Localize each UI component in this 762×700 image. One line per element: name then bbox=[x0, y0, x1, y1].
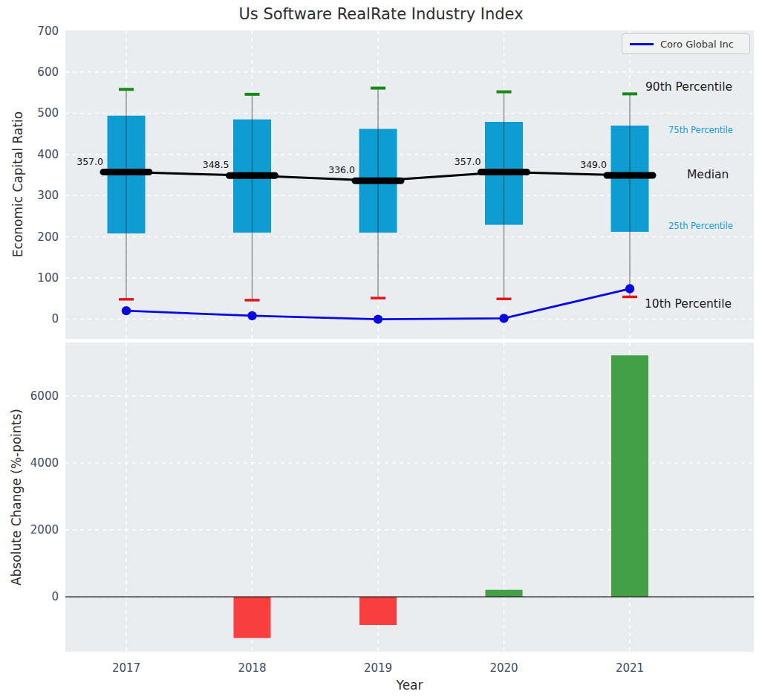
coro-global-point-2018 bbox=[247, 311, 256, 320]
x-tick-2021: 2021 bbox=[616, 661, 644, 675]
coro-global-point-2017 bbox=[122, 306, 131, 315]
median-value-label-2021: 349.0 bbox=[580, 159, 607, 170]
chart-title: Us Software RealRate Industry Index bbox=[0, 5, 762, 23]
y-tick-bottom-6000: 6000 bbox=[30, 389, 59, 403]
annotation-median: Median bbox=[687, 168, 729, 181]
median-value-label-2020: 357.0 bbox=[455, 156, 481, 167]
legend-line-swatch bbox=[630, 43, 654, 45]
bar-2019 bbox=[359, 597, 397, 625]
y-tick-top-400: 400 bbox=[37, 148, 59, 161]
top-y-axis-label: Economic Capital Ratio bbox=[10, 111, 25, 257]
y-tick-bottom-4000: 4000 bbox=[30, 456, 59, 470]
coro-global-point-2019 bbox=[374, 314, 382, 323]
y-tick-top-300: 300 bbox=[37, 189, 59, 202]
y-tick-top-0: 0 bbox=[51, 312, 59, 325]
bar-2018 bbox=[234, 597, 271, 638]
median-value-label-2019: 336.0 bbox=[328, 164, 355, 175]
annotation-75th-percentile: 75th Percentile bbox=[668, 125, 733, 135]
annotation-90th-percentile: 90th Percentile bbox=[645, 80, 732, 94]
annotation-10th-percentile: 10th Percentile bbox=[645, 297, 732, 311]
median-value-label-2018: 348.5 bbox=[203, 159, 229, 170]
top-panel-bg bbox=[65, 30, 754, 339]
coro-global-point-2020 bbox=[499, 314, 508, 323]
x-tick-2020: 2020 bbox=[489, 661, 518, 675]
y-tick-top-700: 700 bbox=[37, 25, 59, 38]
figure: Us Software RealRate Industry Index 357.… bbox=[0, 0, 762, 700]
x-tick-2017: 2017 bbox=[112, 661, 140, 675]
y-tick-top-500: 500 bbox=[37, 106, 59, 120]
median-value-label-2017: 357.0 bbox=[76, 156, 103, 167]
y-tick-bottom-0: 0 bbox=[51, 590, 59, 603]
x-tick-2018: 2018 bbox=[238, 661, 266, 675]
coro-global-point-2021 bbox=[625, 284, 634, 293]
annotation-25th-percentile: 25th Percentile bbox=[668, 221, 733, 231]
legend: Coro Global Inc bbox=[622, 33, 750, 54]
legend-label: Coro Global Inc bbox=[660, 39, 734, 50]
bar-2020 bbox=[486, 590, 523, 597]
chart-canvas: 357.0348.5336.0357.0349.0010020030040050… bbox=[0, 0, 762, 700]
bottom-panel-bg bbox=[65, 343, 754, 652]
bottom-y-axis-label: Absolute Change (%-points) bbox=[9, 409, 24, 586]
y-tick-top-600: 600 bbox=[37, 65, 59, 79]
y-tick-top-100: 100 bbox=[37, 271, 59, 285]
bar-2021 bbox=[611, 355, 648, 597]
y-tick-top-200: 200 bbox=[37, 230, 59, 244]
x-axis-label: Year bbox=[65, 678, 754, 693]
y-tick-bottom-2000: 2000 bbox=[30, 523, 59, 537]
x-tick-2019: 2019 bbox=[364, 661, 392, 675]
